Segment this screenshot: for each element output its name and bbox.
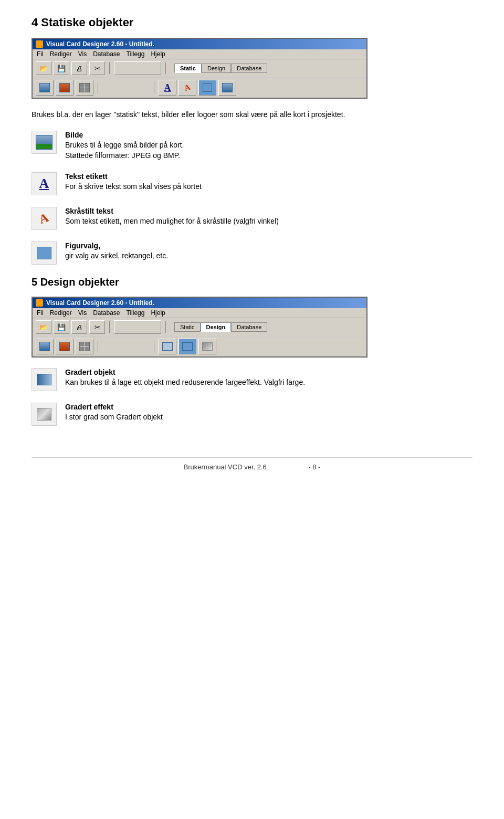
slant-a-icon: A [183, 82, 192, 93]
menu-rediger[interactable]: Rediger [50, 50, 72, 58]
heading-1: 4 Statiske objekter [32, 16, 472, 29]
item-skrastilt: A Skråstilt tekst Som tekst etikett, men… [32, 207, 472, 230]
toolbar2-separator-4 [154, 341, 154, 352]
toolbar-btn-mountain2[interactable] [56, 80, 74, 96]
text-a-icon-large: A [39, 176, 49, 192]
menu-tillegg[interactable]: Tillegg [127, 50, 145, 58]
footer: Brukermanual VCD ver. 2.6 - 8 - [32, 457, 472, 471]
gradient-rect-icon-large [37, 374, 51, 385]
screenshot-1-toolbar-row2: A A [33, 77, 366, 98]
print-icon: 🖨 [74, 63, 85, 74]
menu2-rediger[interactable]: Rediger [50, 309, 72, 317]
tekst-etikett-icon-box: A [32, 172, 57, 195]
footer-manual-text: Brukermanual VCD ver. 2.6 [184, 463, 267, 471]
menu2-database[interactable]: Database [93, 309, 120, 317]
tab-design[interactable]: Design [202, 64, 231, 73]
toolbar2-btn-open[interactable]: 📂 [36, 320, 51, 334]
menu-hjelp[interactable]: Hjelp [151, 50, 165, 58]
text-a-icon: A [164, 82, 171, 93]
menu2-fil[interactable]: Fil [37, 309, 44, 317]
tab-group-1: Static Design Database [174, 64, 267, 73]
toolbar2-btn-blue[interactable] [178, 339, 196, 354]
tab2-static[interactable]: Static [174, 322, 201, 332]
grid-icon-2 [79, 342, 90, 351]
toolbar2-btn-print[interactable]: 🖨 [71, 320, 87, 334]
gradert-effekt-text: Gradert effekt I stor grad som Gradert o… [65, 403, 163, 423]
toolbar-btn-grid[interactable] [76, 80, 93, 96]
toolbar-btn-photo[interactable] [218, 80, 236, 96]
tekst-etikett-desc: For å skrive tekst som skal vises på kor… [65, 182, 202, 192]
gradert-objekt-text: Gradert objekt Kan brukes til å lage ett… [65, 368, 305, 388]
grid-icon [79, 83, 90, 92]
folder-icon: 📂 [38, 63, 49, 74]
toolbar2-btn-save[interactable]: 💾 [54, 320, 69, 334]
heading-2: 5 Design objekter [32, 276, 472, 288]
toolbar2-btn-monitor[interactable] [159, 339, 176, 354]
app-icon [36, 40, 43, 48]
mountain2-icon-2 [59, 342, 70, 351]
toolbar-btn-mountain1[interactable] [36, 80, 54, 96]
item-bilde: Bilde Brukes til å legge små bilder på k… [32, 131, 472, 161]
screenshot-2-toolbar-row2 [33, 336, 366, 356]
toolbar-separator-4 [154, 82, 154, 93]
tab-static[interactable]: Static [174, 64, 202, 73]
toolbar2-btn-gray[interactable] [198, 339, 216, 354]
toolbar-spacer-1 [102, 80, 150, 95]
tab-database[interactable]: Database [231, 64, 267, 73]
item-figurvalg: Figurvalg, gir valg av sirkel, rektangel… [32, 242, 472, 265]
menu2-hjelp[interactable]: Hjelp [151, 309, 165, 317]
toolbar2-btn-cut[interactable]: ✂ [89, 320, 105, 334]
toolbar-btn-slant-a[interactable]: A [178, 80, 196, 96]
toolbar2-btn-grid[interactable] [76, 339, 93, 354]
toolbar-btn-open[interactable]: 📂 [36, 61, 51, 75]
card-preview-area [114, 61, 161, 75]
blue-square-icon [203, 83, 212, 92]
screenshot-1-menubar: Fil Rediger Vis Database Tillegg Hjelp [33, 49, 366, 59]
skrastilt-heading: Skråstilt tekst [65, 207, 279, 215]
tab2-database[interactable]: Database [231, 322, 267, 332]
screenshot-1-titlebar: Visual Card Designer 2.60 - Untitled. [33, 39, 366, 49]
gradert-objekt-heading: Gradert objekt [65, 368, 305, 376]
figurvalg-icon-box [32, 242, 57, 265]
toolbar2-btn-mountain1[interactable] [36, 339, 54, 354]
toolbar2-spacer-1 [102, 339, 150, 354]
screenshot-2-title: Visual Card Designer 2.60 - Untitled. [46, 299, 154, 307]
gradert-effekt-heading: Gradert effekt [65, 403, 163, 411]
figurvalg-desc: gir valg av sirkel, rektangel, etc. [65, 251, 168, 261]
mountain2-icon [59, 83, 70, 92]
bilde-desc: Brukes til å legge små bilder på kort.St… [65, 140, 184, 161]
photo-icon-large [36, 135, 52, 150]
menu-database[interactable]: Database [93, 50, 120, 58]
app-icon-2 [36, 299, 43, 307]
print-icon-2: 🖨 [74, 322, 85, 332]
screenshot-2-menubar: Fil Rediger Vis Database Tillegg Hjelp [33, 308, 366, 318]
toolbar-btn-print[interactable]: 🖨 [71, 61, 87, 75]
cut-icon: ✂ [91, 63, 103, 74]
toolbar-btn-blue-square[interactable] [198, 80, 216, 96]
screenshot-1-title: Visual Card Designer 2.60 - Untitled. [46, 40, 154, 48]
save-icon-2: 💾 [56, 322, 67, 332]
menu-fil[interactable]: Fil [37, 50, 44, 58]
toolbar2-separator-1 [109, 321, 110, 333]
tab2-design[interactable]: Design [201, 322, 232, 332]
screenshot-2-toolbar-row1: 📂 💾 🖨 ✂ Static Design Database [33, 318, 366, 336]
item-gradert-objekt: Gradert objekt Kan brukes til å lage ett… [32, 368, 472, 391]
menu-vis[interactable]: Vis [78, 50, 87, 58]
bilde-icon-box [32, 131, 57, 154]
intro-text: Brukes bl.a. der en lager "statisk" teks… [32, 109, 472, 120]
slant-a-icon-large: A [37, 211, 51, 227]
mountain-icon [39, 83, 50, 92]
toolbar2-btn-mountain2[interactable] [56, 339, 74, 354]
toolbar-btn-cut[interactable]: ✂ [89, 61, 105, 75]
screenshot-1-toolbar-row1: 📂 💾 🖨 ✂ Static Design Database [33, 59, 366, 77]
skrastilt-text: Skråstilt tekst Som tekst etikett, men m… [65, 207, 279, 227]
item-tekst-etikett: A Tekst etikett For å skrive tekst som s… [32, 172, 472, 195]
screenshot-2-titlebar: Visual Card Designer 2.60 - Untitled. [33, 298, 366, 308]
menu2-vis[interactable]: Vis [78, 309, 87, 317]
toolbar-separator-3 [98, 82, 98, 93]
menu2-tillegg[interactable]: Tillegg [127, 309, 145, 317]
bilde-text: Bilde Brukes til å legge små bilder på k… [65, 131, 184, 161]
photo-icon [222, 83, 233, 92]
toolbar-btn-text-a[interactable]: A [159, 80, 176, 96]
toolbar-btn-save[interactable]: 💾 [54, 61, 69, 75]
